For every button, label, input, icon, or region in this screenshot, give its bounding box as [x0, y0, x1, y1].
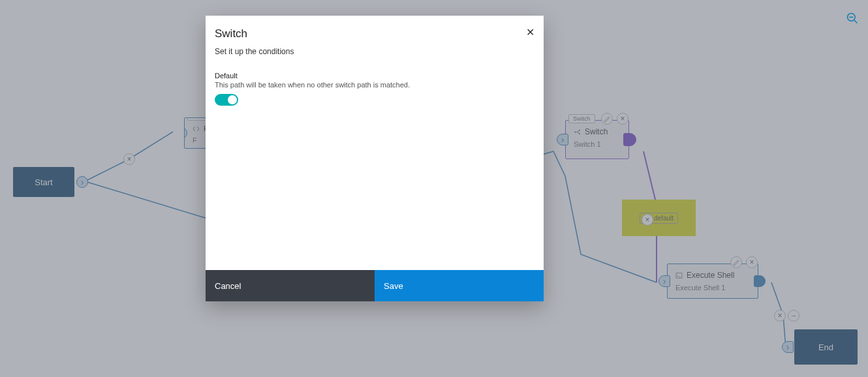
default-section-label: Default — [215, 72, 533, 80]
close-icon: ✕ — [526, 27, 535, 38]
zoom-out-button[interactable] — [846, 12, 859, 25]
workflow-canvas[interactable]: Start Custom F F Switch — [0, 0, 868, 377]
switch-config-dialog: ✕ Switch Set it up the conditions Defaul… — [206, 16, 544, 301]
dialog-close-button[interactable]: ✕ — [526, 26, 535, 38]
dialog-description: Set it up the conditions — [215, 47, 533, 56]
default-toggle[interactable] — [215, 94, 238, 106]
svg-line-5 — [854, 20, 858, 23]
save-button[interactable]: Save — [375, 270, 544, 301]
default-section-help: This path will be taken when no other sw… — [215, 81, 533, 89]
cancel-button[interactable]: Cancel — [206, 270, 375, 301]
dialog-title: Switch — [215, 27, 533, 40]
zoom-out-icon — [846, 12, 859, 25]
